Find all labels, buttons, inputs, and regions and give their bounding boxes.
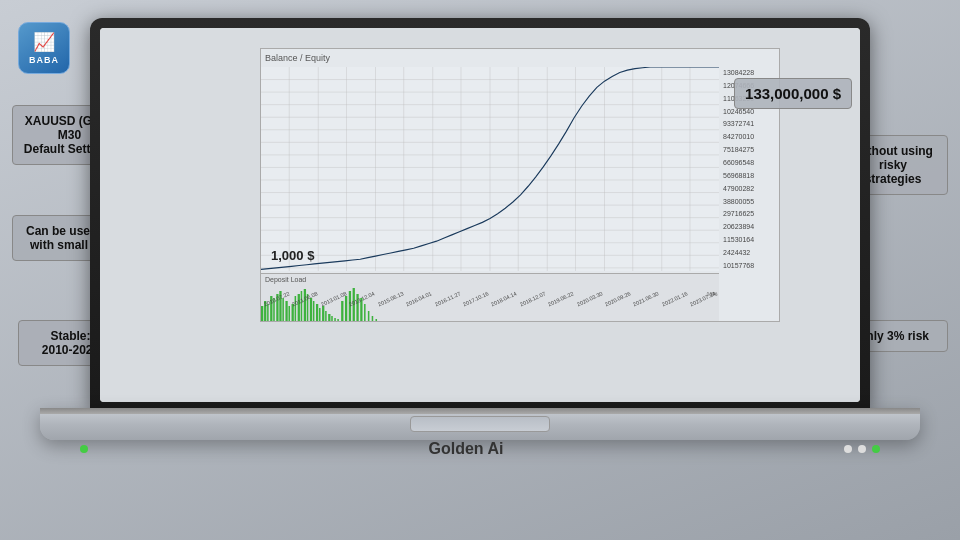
baba-icon: 📈 [33, 31, 55, 53]
white-dot-2 [858, 445, 866, 453]
laptop-screen: Balance / Equity [100, 28, 860, 402]
baba-logo-text: BABA [29, 55, 59, 65]
price-start: 1,000 $ [271, 248, 314, 263]
green-dot-right [872, 445, 880, 453]
x-label: 2013.01.08 [320, 291, 347, 307]
y-label: 29716625 [723, 210, 754, 217]
y-label: 84270010 [723, 133, 754, 140]
y-label: 47900282 [723, 185, 754, 192]
laptop-screen-bezel: Balance / Equity [90, 18, 870, 408]
x-label: 2011.06.08 [291, 291, 318, 307]
x-label: 2020.09.26 [604, 291, 631, 307]
y-label: 2424432 [723, 249, 750, 256]
y-label: 10157768 [723, 262, 754, 269]
svg-rect-56 [337, 319, 339, 321]
chart-area: Balance / Equity [100, 28, 860, 402]
x-label: 2010.07.22 [263, 291, 290, 307]
laptop-hinge [40, 408, 920, 414]
x-label: 2013.12.04 [348, 291, 375, 307]
scene: 📈 BABA XAUUSD (Gold)M30Default Settings … [0, 0, 960, 540]
bottom-title: Golden Ai [429, 440, 504, 458]
x-label: 2020.03.30 [576, 291, 603, 307]
bottom-bar: Golden Ai [40, 440, 920, 458]
x-label: 2021.06.30 [632, 291, 659, 307]
price-end-label: 133,000,000 $ [734, 78, 852, 109]
baba-logo: 📈 BABA [18, 22, 70, 74]
drawdown-title: Deposit Load [265, 276, 306, 283]
y-label: 11530164 [723, 236, 754, 243]
y-label: 20623894 [723, 223, 754, 230]
y-label: 93372741 [723, 120, 754, 127]
y-label: 38800055 [723, 198, 754, 205]
x-label: 2019.06.22 [547, 291, 574, 307]
y-label: 13084228 [723, 69, 754, 76]
x-label: 2018.04.14 [490, 291, 517, 307]
chart-title: Balance / Equity [265, 53, 330, 63]
y-label: 66096548 [723, 159, 754, 166]
x-label: 2018.12.07 [519, 291, 546, 307]
x-label: 2022.01.16 [661, 291, 688, 307]
y-label: 56968818 [723, 172, 754, 179]
y-label: 75184275 [723, 146, 754, 153]
x-label: 2015.06.13 [377, 291, 404, 307]
main-chart [261, 67, 719, 271]
x-label: 2016.04.01 [405, 291, 432, 307]
white-dot-1 [844, 445, 852, 453]
x-label: 2023.07.24 [689, 291, 716, 307]
chart-svg [261, 67, 719, 271]
svg-rect-66 [376, 319, 378, 321]
chart-container: Balance / Equity [260, 48, 780, 322]
laptop-base [40, 408, 920, 440]
right-indicators [844, 445, 880, 453]
trackpad[interactable] [410, 416, 550, 432]
x-label: 2017.10.16 [462, 291, 489, 307]
green-dot-left [80, 445, 88, 453]
left-indicator [80, 445, 88, 453]
x-label: 2016.11.27 [434, 291, 461, 307]
